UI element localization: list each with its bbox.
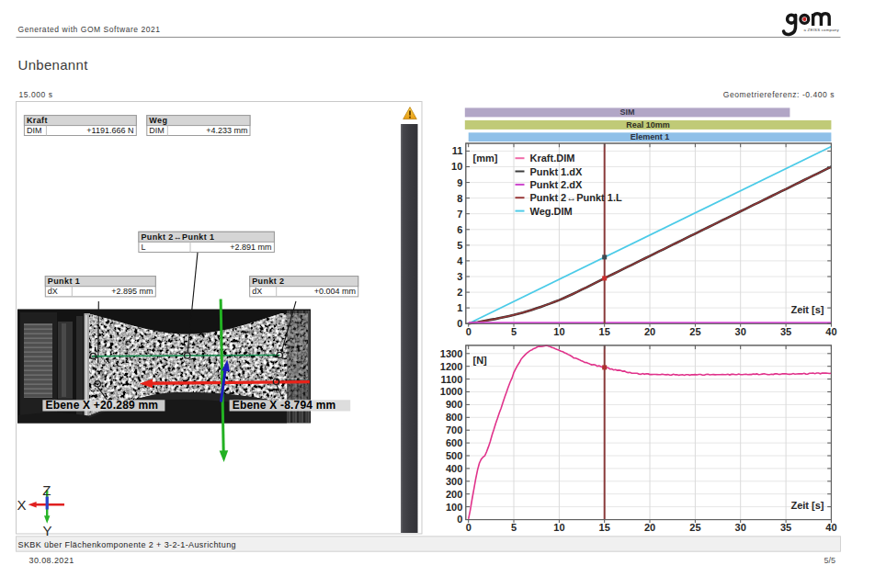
svg-text:10: 10 <box>553 326 564 337</box>
svg-text:Weg: Weg <box>149 116 167 125</box>
svg-text:20: 20 <box>644 326 655 337</box>
svg-text:15.000 s: 15.000 s <box>19 90 53 99</box>
svg-text:4: 4 <box>457 255 463 266</box>
svg-text:900: 900 <box>446 399 462 410</box>
svg-text:Z: Z <box>42 482 51 498</box>
svg-text:0: 0 <box>466 522 472 533</box>
svg-text:800: 800 <box>446 412 462 423</box>
svg-text:Ebene X -8.794 mm: Ebene X -8.794 mm <box>233 399 336 412</box>
svg-text:0: 0 <box>457 514 462 525</box>
svg-text:DIM: DIM <box>27 126 42 135</box>
svg-text:Punkt 2↔Punkt 1: Punkt 2↔Punkt 1 <box>141 232 214 242</box>
svg-text:100: 100 <box>446 502 462 513</box>
svg-text:1000: 1000 <box>440 386 462 397</box>
svg-text:0: 0 <box>457 318 462 329</box>
svg-text:40: 40 <box>825 522 836 533</box>
svg-text:5/5: 5/5 <box>824 556 835 565</box>
svg-text:6: 6 <box>457 224 462 235</box>
svg-text:+2.895 mm: +2.895 mm <box>111 287 153 296</box>
svg-text:SIM: SIM <box>620 107 635 117</box>
svg-text:2: 2 <box>457 287 462 298</box>
svg-text:Unbenannt: Unbenannt <box>18 57 89 73</box>
svg-text:400: 400 <box>446 463 462 474</box>
svg-text:a ZEISS company: a ZEISS company <box>804 28 840 32</box>
svg-text:Real 10mm: Real 10mm <box>626 120 670 130</box>
svg-text:Kraft: Kraft <box>27 116 48 125</box>
svg-text:+4.233 mm: +4.233 mm <box>206 126 247 135</box>
svg-text:X: X <box>17 497 27 513</box>
svg-text:600: 600 <box>446 437 462 448</box>
svg-text:Element 1: Element 1 <box>631 132 670 141</box>
svg-text:300: 300 <box>446 476 462 487</box>
svg-text:+0.004 mm: +0.004 mm <box>314 287 356 296</box>
svg-text:5: 5 <box>457 240 462 251</box>
svg-text:9: 9 <box>457 177 462 188</box>
svg-text:[mm]: [mm] <box>473 153 498 164</box>
svg-text:[N]: [N] <box>473 355 488 366</box>
svg-text:35: 35 <box>780 326 791 337</box>
svg-text:1200: 1200 <box>440 361 462 372</box>
svg-text:500: 500 <box>446 450 462 461</box>
svg-text:25: 25 <box>689 326 700 337</box>
svg-text:10: 10 <box>553 522 564 533</box>
svg-text:10: 10 <box>451 161 462 172</box>
svg-text:5: 5 <box>511 522 517 533</box>
svg-text:3: 3 <box>457 271 462 282</box>
svg-text:5: 5 <box>511 326 517 337</box>
svg-text:15: 15 <box>599 326 610 337</box>
svg-text:+1191.666 N: +1191.666 N <box>86 126 133 135</box>
svg-text:Y: Y <box>43 523 52 538</box>
svg-text:Punkt 2.dX: Punkt 2.dX <box>530 179 584 190</box>
svg-text:Zeit [s]: Zeit [s] <box>790 304 824 315</box>
svg-text:1100: 1100 <box>440 374 462 385</box>
svg-text:15: 15 <box>599 522 610 533</box>
svg-text:7: 7 <box>457 209 462 220</box>
svg-text:Weg.DIM: Weg.DIM <box>530 206 573 217</box>
svg-text:Kraft.DIM: Kraft.DIM <box>530 153 575 164</box>
svg-text:Punkt 1.dX: Punkt 1.dX <box>530 166 584 177</box>
svg-text:dX: dX <box>252 287 262 296</box>
svg-text:25: 25 <box>689 522 700 533</box>
svg-text:dX: dX <box>48 287 58 296</box>
svg-text:1: 1 <box>457 302 462 313</box>
svg-text:30.08.2021: 30.08.2021 <box>29 556 74 565</box>
svg-text:700: 700 <box>446 424 462 435</box>
svg-text:SKBK über Flächenkomponente 2: SKBK über Flächenkomponente 2 + 3-2-1-Au… <box>18 540 236 549</box>
svg-text:DIM: DIM <box>149 126 165 135</box>
svg-text:11: 11 <box>452 145 463 156</box>
svg-text:40: 40 <box>825 326 836 337</box>
svg-text:L: L <box>141 243 145 252</box>
svg-text:35: 35 <box>780 522 791 533</box>
svg-text:1300: 1300 <box>440 348 462 359</box>
svg-text:0: 0 <box>466 326 472 337</box>
svg-text:30: 30 <box>735 522 746 533</box>
svg-text:20: 20 <box>644 522 655 533</box>
svg-text:Geometriereferenz: -0.400 s: Geometriereferenz: -0.400 s <box>723 90 835 99</box>
svg-text:Zeit [s]: Zeit [s] <box>790 500 824 511</box>
svg-text:Ebene X +20.289 mm: Ebene X +20.289 mm <box>46 399 159 412</box>
svg-text:+2.891 mm: +2.891 mm <box>230 243 271 252</box>
svg-text:Generated with GOM Software 20: Generated with GOM Software 2021 <box>18 25 161 34</box>
svg-text:30: 30 <box>735 326 746 337</box>
svg-text:8: 8 <box>457 193 462 204</box>
svg-text:200: 200 <box>446 489 462 500</box>
svg-text:Punkt 1: Punkt 1 <box>48 277 80 286</box>
svg-text:Punkt 2: Punkt 2 <box>252 277 284 286</box>
svg-text:Punkt 2↔Punkt 1.L: Punkt 2↔Punkt 1.L <box>530 192 623 203</box>
